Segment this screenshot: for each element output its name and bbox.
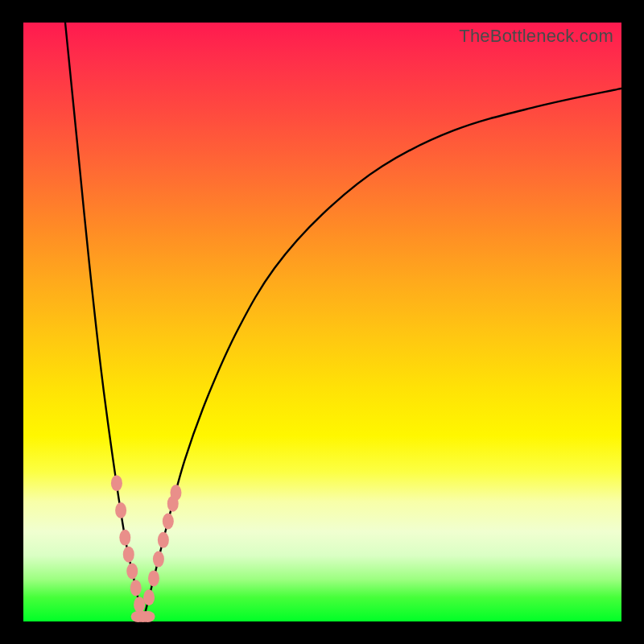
curve-left-branch — [65, 23, 143, 621]
highlight-bead — [153, 551, 164, 568]
highlight-bead — [115, 502, 126, 518]
highlight-bead — [123, 547, 134, 563]
highlight-beads — [111, 475, 182, 622]
highlight-bead — [148, 570, 159, 586]
highlight-bead — [170, 485, 181, 501]
chart-frame: TheBottleneck.com — [0, 0, 644, 644]
highlight-bead — [119, 530, 130, 546]
curves-svg — [23, 23, 621, 621]
highlight-bead — [143, 589, 155, 605]
highlight-bead — [130, 580, 142, 596]
highlight-bead — [126, 564, 138, 580]
highlight-bead — [134, 597, 145, 613]
plot-area: TheBottleneck.com — [23, 23, 621, 621]
curve-right-branch — [143, 89, 621, 621]
highlight-bead — [158, 532, 169, 548]
highlight-bead — [141, 611, 155, 622]
highlight-bead — [111, 475, 122, 491]
highlight-bead — [163, 514, 174, 530]
